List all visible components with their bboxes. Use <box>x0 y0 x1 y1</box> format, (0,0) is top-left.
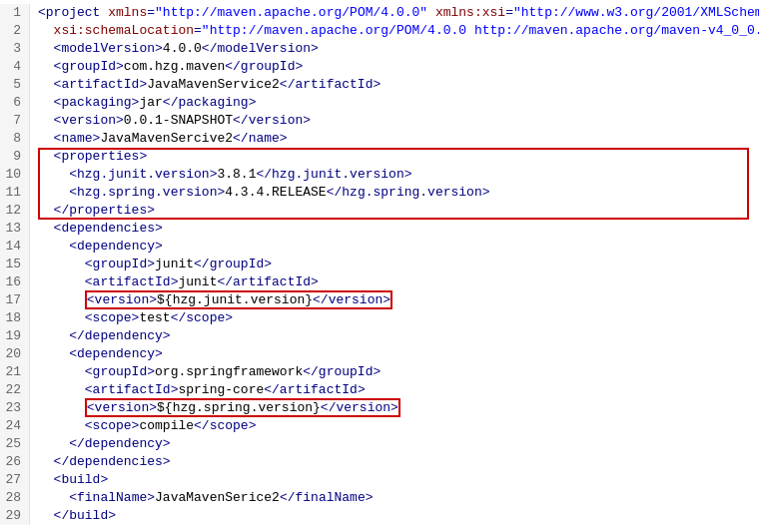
line-number-18: 18 <box>0 309 30 327</box>
line-content-26: </dependencies> <box>38 453 759 471</box>
line-10: 10 <hzg.junit.version>3.8.1</hzg.junit.v… <box>0 166 759 184</box>
line-number-23: 23 <box>0 399 30 417</box>
line-23: 23 <version>${hzg.spring.version}</versi… <box>0 399 759 417</box>
line-number-15: 15 <box>0 256 30 273</box>
line-content-28: <finalName>JavaMavenSerice2</finalName> <box>38 489 759 507</box>
line-17: 17 <version>${hzg.junit.version}</versio… <box>0 291 759 309</box>
line-6: 6 <packaging>jar</packaging> <box>0 94 759 112</box>
line-content-12: </properties> <box>38 202 759 220</box>
line-content-27: <build> <box>38 471 759 489</box>
code-container[interactable]: 1 <project xmlns="http://maven.apache.or… <box>0 0 759 532</box>
line-21: 21 <groupId>org.springframework</groupId… <box>0 363 759 381</box>
line-number-1: 1 <box>0 4 30 22</box>
line-26: 26 </dependencies> <box>0 453 759 471</box>
line-2: 2 xsi:schemaLocation="http://maven.apach… <box>0 22 759 40</box>
line-content-25: </dependency> <box>38 435 759 453</box>
line-content-24: <scope>compile</scope> <box>38 417 759 435</box>
line-16: 16 <artifactId>junit</artifactId> <box>0 273 759 291</box>
line-15: 15 <groupId>junit</groupId> <box>0 256 759 273</box>
line-4: 4 <groupId>com.hzg.maven</groupId> <box>0 58 759 76</box>
line-14: 14 <dependency> <box>0 238 759 256</box>
line-18: 18 <scope>test</scope> <box>0 309 759 327</box>
line-content-16: <artifactId>junit</artifactId> <box>38 273 759 291</box>
line-number-10: 10 <box>0 166 30 184</box>
line-number-22: 22 <box>0 381 30 399</box>
line-number-11: 11 <box>0 184 30 202</box>
line-number-16: 16 <box>0 273 30 291</box>
line-19: 19 </dependency> <box>0 327 759 345</box>
line-number-19: 19 <box>0 327 30 345</box>
line-number-28: 28 <box>0 489 30 507</box>
line-number-27: 27 <box>0 471 30 489</box>
line-11: 11 <hzg.spring.version>4.3.4.RELEASE</hz… <box>0 184 759 202</box>
line-20: 20 <dependency> <box>0 345 759 363</box>
line-number-6: 6 <box>0 94 30 112</box>
line-content-4: <groupId>com.hzg.maven</groupId> <box>38 58 759 76</box>
line-content-10: <hzg.junit.version>3.8.1</hzg.junit.vers… <box>38 166 759 184</box>
line-number-24: 24 <box>0 417 30 435</box>
line-3: 3 <modelVersion>4.0.0</modelVersion> <box>0 40 759 58</box>
line-number-8: 8 <box>0 130 30 148</box>
line-content-14: <dependency> <box>38 238 759 256</box>
line-12: 12 </properties> <box>0 202 759 220</box>
line-number-14: 14 <box>0 238 30 256</box>
line-number-29: 29 <box>0 507 30 525</box>
properties-block: 9 <properties> 10 <hzg.junit.version>3.8… <box>0 148 759 220</box>
line-number-9: 9 <box>0 148 30 166</box>
line-content-13: <dependencies> <box>38 220 759 238</box>
line-29: 29 </build> <box>0 507 759 525</box>
line-number-26: 26 <box>0 453 30 471</box>
line-content-9: <properties> <box>38 148 759 166</box>
line-content-1: <project xmlns="http://maven.apache.org/… <box>38 4 759 22</box>
line-content-29: </build> <box>38 507 759 525</box>
line-content-19: </dependency> <box>38 327 759 345</box>
line-content-3: <modelVersion>4.0.0</modelVersion> <box>38 40 759 58</box>
line-number-21: 21 <box>0 363 30 381</box>
line-number-12: 12 <box>0 202 30 220</box>
line-content-15: <groupId>junit</groupId> <box>38 256 759 273</box>
line-content-23: <version>${hzg.spring.version}</version> <box>38 399 759 417</box>
line-content-20: <dependency> <box>38 345 759 363</box>
line-7: 7 <version>0.0.1-SNAPSHOT</version> <box>0 112 759 130</box>
line-25: 25 </dependency> <box>0 435 759 453</box>
line-number-2: 2 <box>0 22 30 40</box>
line-24: 24 <scope>compile</scope> <box>0 417 759 435</box>
line-content-18: <scope>test</scope> <box>38 309 759 327</box>
line-content-6: <packaging>jar</packaging> <box>38 94 759 112</box>
line-content-22: <artifactId>spring-core</artifactId> <box>38 381 759 399</box>
line-content-5: <artifactId>JavaMavenService2</artifactI… <box>38 76 759 94</box>
line-27: 27 <build> <box>0 471 759 489</box>
line-13: 13 <dependencies> <box>0 220 759 238</box>
line-content-21: <groupId>org.springframework</groupId> <box>38 363 759 381</box>
line-number-7: 7 <box>0 112 30 130</box>
line-content-17: <version>${hzg.junit.version}</version> <box>38 291 759 309</box>
line-8: 8 <name>JavaMavenSercive2</name> <box>0 130 759 148</box>
line-5: 5 <artifactId>JavaMavenService2</artifac… <box>0 76 759 94</box>
line-number-25: 25 <box>0 435 30 453</box>
line-number-5: 5 <box>0 76 30 94</box>
line-content-7: <version>0.0.1-SNAPSHOT</version> <box>38 112 759 130</box>
line-number-3: 3 <box>0 40 30 58</box>
line-28: 28 <finalName>JavaMavenSerice2</finalNam… <box>0 489 759 507</box>
line-number-4: 4 <box>0 58 30 76</box>
line-content-11: <hzg.spring.version>4.3.4.RELEASE</hzg.s… <box>38 184 759 202</box>
line-22: 22 <artifactId>spring-core</artifactId> <box>0 381 759 399</box>
line-number-17: 17 <box>0 291 30 309</box>
line-number-13: 13 <box>0 220 30 238</box>
line-content-8: <name>JavaMavenSercive2</name> <box>38 130 759 148</box>
line-1: 1 <project xmlns="http://maven.apache.or… <box>0 4 759 22</box>
line-content-2: xsi:schemaLocation="http://maven.apache.… <box>38 22 759 40</box>
code-editor: 1 <project xmlns="http://maven.apache.or… <box>0 0 759 532</box>
line-number-20: 20 <box>0 345 30 363</box>
line-9: 9 <properties> <box>0 148 759 166</box>
